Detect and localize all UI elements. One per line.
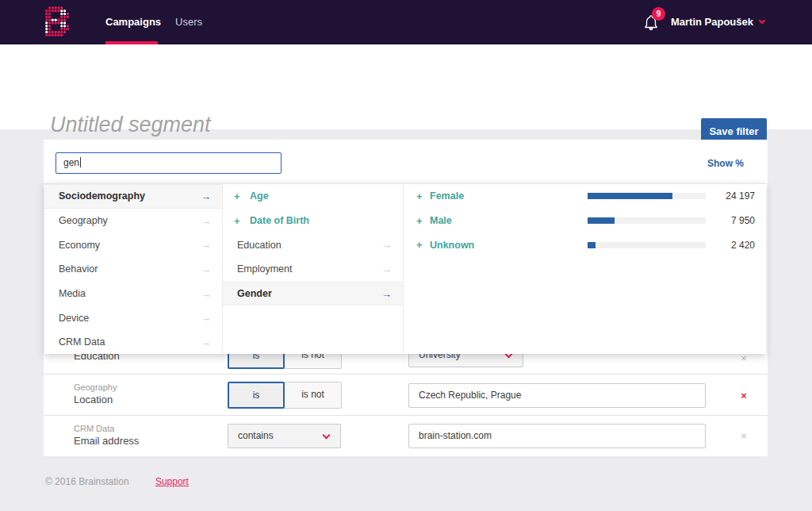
filter-row-location: Geography Location is is not Czech Repub… — [44, 375, 768, 415]
filter-name: Location — [74, 394, 117, 405]
picker-category-geography[interactable]: Geography→ — [44, 209, 222, 233]
plus-icon: + — [416, 239, 430, 251]
filter-category: Geography — [74, 382, 117, 392]
arrow-right-icon: → — [201, 215, 211, 227]
select-value: contains — [238, 430, 274, 441]
picker-value-column: + Female 24 197 + Male 7 950 + Unknown 2… — [404, 184, 766, 354]
picker-attribute-date-of-birth[interactable]: +Date of Birth — [223, 209, 403, 233]
item-label: Economy — [59, 240, 201, 251]
arrow-right-icon: → — [201, 288, 211, 300]
picker-attribute-age[interactable]: +Age — [223, 184, 403, 209]
copyright-text: © 2016 Brainstation — [45, 476, 129, 487]
item-label: Media — [59, 288, 201, 299]
item-label: Behavior — [59, 263, 201, 275]
picker-category-media[interactable]: Media→ — [44, 282, 222, 306]
picker-category-column: Sociodemography→ Geography→ Economy→ Beh… — [44, 184, 223, 354]
value-bar-fill — [588, 217, 615, 224]
user-name: Martin Papoušek — [671, 16, 753, 28]
filter-row-email: CRM Data Email address contains brain-st… — [44, 416, 768, 456]
nav-item-campaigns[interactable]: Campaigns — [105, 0, 158, 44]
operator-is-button[interactable]: is — [228, 382, 285, 409]
filter-label: CRM Data Email address — [74, 424, 139, 447]
item-label: Sociodemography — [59, 190, 201, 202]
arrow-right-icon: → — [201, 263, 211, 275]
remove-filter-button[interactable]: × — [732, 430, 756, 442]
picker-value-female[interactable]: + Female 24 197 — [404, 184, 766, 209]
plus-icon: + — [416, 190, 430, 202]
attribute-picker-dropdown: Sociodemography→ Geography→ Economy→ Beh… — [44, 183, 766, 354]
value-count: 2 420 — [706, 240, 766, 251]
support-link[interactable]: Support — [155, 476, 189, 487]
picker-attribute-gender[interactable]: Gender→ — [223, 282, 403, 306]
item-label: Age — [250, 190, 392, 202]
arrow-right-icon: → — [201, 190, 211, 202]
segment-header: Untitled segment Vánoční kampaň for Insp… — [0, 44, 812, 129]
top-nav: Campaigns Users 9 Martin Papoušek — [0, 0, 812, 44]
picker-category-crm-data[interactable]: CRM Data→ — [44, 330, 222, 355]
operator-select-contains[interactable]: contains — [228, 424, 341, 448]
item-label: Unknown — [430, 240, 588, 251]
item-label: Gender — [237, 288, 381, 299]
plus-icon: + — [234, 190, 250, 202]
filter-label: Geography Location — [74, 382, 117, 405]
notification-badge: 9 — [652, 7, 665, 21]
nav-item-users[interactable]: Users — [173, 0, 205, 44]
value-bar — [588, 193, 706, 199]
arrow-right-icon: → — [201, 312, 211, 324]
value-bar-fill — [588, 242, 596, 248]
value-bar — [588, 217, 706, 224]
page-footer: © 2016 Brainstation Support — [45, 476, 189, 487]
filter-name: Email address — [74, 435, 139, 447]
arrow-right-icon: → — [381, 263, 392, 275]
notification-bell-icon[interactable]: 9 — [642, 10, 666, 34]
remove-filter-button[interactable]: × — [732, 352, 756, 364]
value-bar-fill — [588, 193, 672, 199]
plus-icon: + — [234, 215, 250, 227]
operator-toggle: is is not — [228, 382, 342, 409]
picker-category-behavior[interactable]: Behavior→ — [44, 257, 222, 282]
item-label: Device — [59, 313, 201, 324]
value-count: 7 950 — [706, 215, 766, 226]
text-caret — [80, 157, 81, 167]
value-input-email[interactable]: brain-station.com — [408, 424, 706, 448]
chevron-down-icon — [759, 17, 765, 24]
attribute-search-input[interactable]: gen — [56, 152, 282, 174]
filter-category: CRM Data — [74, 424, 139, 433]
picker-category-economy[interactable]: Economy→ — [44, 232, 222, 257]
item-label: Employment — [237, 263, 381, 275]
brainstation-logo[interactable] — [44, 6, 71, 38]
item-label: Female — [430, 190, 588, 202]
search-input-value: gen — [63, 157, 79, 168]
arrow-right-icon: → — [381, 239, 392, 251]
plus-icon: + — [416, 215, 430, 227]
picker-value-unknown[interactable]: + Unknown 2 420 — [404, 232, 766, 257]
chevron-down-icon — [323, 432, 331, 440]
segment-title[interactable]: Untitled segment — [50, 113, 211, 137]
page: Campaigns Users 9 Martin Papoušek Untitl… — [0, 0, 812, 511]
item-label: CRM Data — [59, 336, 201, 348]
item-label: Education — [237, 240, 381, 251]
picker-attribute-column: +Age +Date of Birth Education→ Employmen… — [223, 184, 404, 354]
arrow-right-icon: → — [381, 288, 392, 300]
value-bar — [588, 242, 706, 248]
picker-attribute-education[interactable]: Education→ — [223, 232, 403, 257]
show-percent-link[interactable]: Show % — [707, 158, 744, 169]
item-label: Date of Birth — [250, 215, 392, 226]
item-label: Male — [430, 215, 588, 226]
picker-category-sociodemography[interactable]: Sociodemography→ — [44, 184, 222, 209]
arrow-right-icon: → — [201, 239, 211, 251]
remove-filter-button[interactable]: × — [732, 390, 756, 402]
value-count: 24 197 — [706, 190, 766, 202]
value-input-location[interactable]: Czech Republic, Prague — [408, 383, 706, 408]
picker-value-male[interactable]: + Male 7 950 — [404, 209, 766, 233]
arrow-right-icon: → — [201, 336, 211, 348]
picker-category-device[interactable]: Device→ — [44, 305, 222, 330]
item-label: Geography — [59, 215, 201, 226]
picker-attribute-employment[interactable]: Employment→ — [223, 257, 403, 282]
operator-is-not-button[interactable]: is not — [285, 382, 342, 409]
user-menu[interactable]: Martin Papoušek — [671, 0, 764, 44]
